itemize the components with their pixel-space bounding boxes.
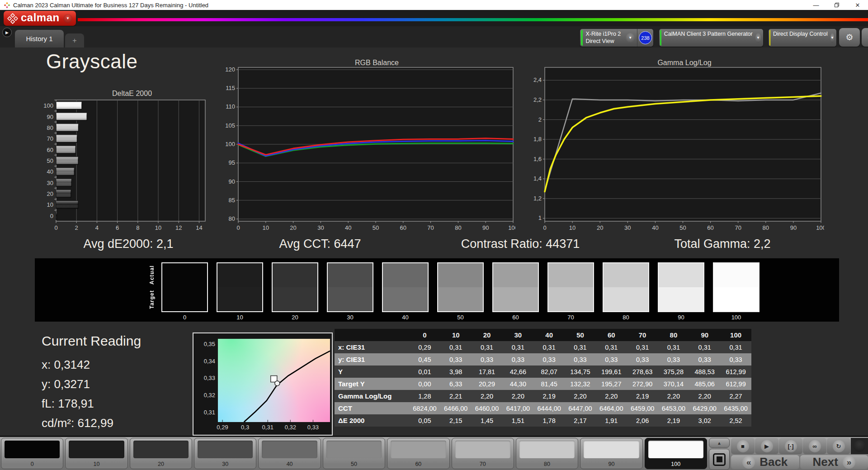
strip-swatch-10: 10 (217, 262, 263, 322)
svg-text:0: 0 (54, 224, 57, 231)
pattern-level-label: 20 (130, 461, 192, 467)
calman-window: Calman 2023 Calman Ultimate for Business… (0, 0, 868, 470)
deltae-chart-title: DeltaE 2000 (56, 90, 208, 100)
svg-text:30: 30 (317, 224, 324, 231)
table-cell: 485,06 (689, 378, 720, 390)
pattern-level-button-80[interactable]: 80 (516, 438, 578, 469)
chevron-down-icon: ▼ (626, 33, 635, 43)
pattern-swatch (69, 441, 124, 458)
restore-button[interactable] (826, 0, 847, 10)
refresh-button[interactable]: ↻ (827, 438, 850, 454)
table-cell: 81,45 (533, 378, 565, 390)
table-cell: 272,90 (627, 378, 658, 390)
reading-cdm2: cd/m²: 612,99 (42, 413, 141, 433)
svg-text:60: 60 (707, 224, 713, 231)
pattern-level-button-90[interactable]: 90 (580, 438, 642, 469)
expand-panel-button[interactable]: ▶ (2, 28, 12, 37)
table-cell: 2,27 (720, 390, 751, 402)
next-button[interactable]: Next » (800, 455, 868, 469)
table-cell: 6824,00 (409, 402, 440, 414)
pattern-level-label: 100 (645, 461, 707, 467)
svg-text:80: 80 (763, 224, 769, 231)
stop-button[interactable]: ■ (731, 438, 755, 454)
pattern-level-button-50[interactable]: 50 (323, 438, 385, 469)
table-cell: 0,45 (409, 353, 440, 366)
minimize-button[interactable]: — (806, 0, 826, 10)
table-col-header: 0 (409, 329, 440, 341)
svg-text:0: 0 (543, 224, 546, 231)
loop-button[interactable]: ∞ (803, 438, 826, 454)
close-button[interactable]: ✕ (847, 0, 868, 10)
pattern-level-button-20[interactable]: 20 (130, 438, 192, 469)
table-cell: 6464,00 (596, 402, 627, 414)
back-chevrons-icon: « (742, 456, 755, 469)
table-cell: 20,29 (472, 378, 503, 390)
pattern-up-button[interactable]: ▲ (709, 438, 730, 448)
strip-swatch-40: 40 (382, 262, 429, 322)
reading-y: y: 0,3271 (42, 375, 141, 394)
pattern-window-button[interactable] (709, 449, 730, 470)
pattern-level-button-0[interactable]: 0 (1, 438, 63, 469)
svg-text:50: 50 (47, 157, 53, 164)
pattern-level-button-60[interactable]: 60 (387, 438, 449, 469)
step-icon: [·] (785, 440, 797, 452)
cie-x-tick: 0,29 (217, 424, 228, 431)
table-col-header: 40 (533, 329, 565, 341)
target-swatch (328, 287, 373, 311)
page-title: Grayscale (46, 50, 138, 73)
play-button[interactable]: ▶ (755, 438, 778, 454)
rgb-balance-chart: RGB Balance 1201151101051009590858001020… (224, 59, 515, 237)
calman-menu-button[interactable]: calman ▼ (4, 11, 76, 26)
svg-text:30: 30 (624, 224, 631, 231)
pattern-level-button-10[interactable]: 10 (65, 438, 127, 469)
svg-text:95: 95 (229, 159, 235, 166)
table-cell: 132,32 (565, 378, 596, 390)
table-cell: 0,33 (440, 353, 472, 366)
actual-swatch (217, 263, 262, 287)
svg-text:80: 80 (455, 224, 461, 231)
cie-x-tick: 0,3 (241, 424, 249, 431)
chevron-down-icon[interactable]: ▼ (63, 14, 72, 23)
back-button[interactable]: « Back (731, 455, 799, 469)
settings-gear-button[interactable]: ⚙ (839, 28, 860, 47)
collapse-panel-button[interactable]: ◀ (862, 28, 868, 47)
strip-swatch-50: 50 (437, 262, 484, 322)
table-cell: 278,63 (627, 366, 658, 378)
table-cell: 44,30 (502, 378, 533, 390)
pattern-generator-dropdown[interactable]: CalMAN Client 3 Pattern Generator ▼ (659, 29, 763, 47)
pattern-level-button-30[interactable]: 30 (194, 438, 256, 469)
table-cell: 1,28 (409, 390, 440, 402)
svg-text:60: 60 (47, 147, 53, 153)
pattern-level-button-100[interactable]: 100 (645, 438, 707, 469)
svg-text:40: 40 (47, 168, 53, 175)
pattern-swatch (198, 441, 253, 458)
table-col-header: 80 (658, 329, 689, 341)
pattern-level-button-40[interactable]: 40 (258, 438, 321, 469)
table-col-header (335, 329, 409, 341)
table-cell: 0,29 (409, 341, 440, 353)
svg-text:90: 90 (229, 178, 235, 185)
display-control-dropdown[interactable]: Direct Display Control ▼ (769, 29, 836, 47)
svg-text:100: 100 (225, 141, 235, 147)
cie-y-tick: 0,35 (194, 341, 215, 347)
table-cell: 3,02 (689, 414, 720, 427)
target-swatch (604, 287, 648, 311)
tab-history-1[interactable]: History 1 (15, 30, 64, 47)
meter-dropdown[interactable]: X-Rite i1Pro 2 Direct View ▼ 238 (580, 29, 653, 47)
svg-text:100: 100 (816, 224, 824, 231)
table-cell: 0,31 (533, 341, 565, 353)
target-swatch (217, 287, 262, 311)
table-cell: 488,53 (689, 366, 720, 378)
deltae-svg: 024681012141009080706050403020100 (41, 100, 208, 235)
actual-row-label: Actual (149, 262, 159, 287)
add-tab-button[interactable]: + (65, 33, 84, 47)
table-row: Y0,013,9817,8142,6682,07134,75199,61278,… (335, 366, 751, 378)
pattern-level-label: 30 (194, 461, 256, 467)
svg-text:12: 12 (175, 224, 182, 231)
table-cell: 1,51 (502, 414, 533, 427)
step-button[interactable]: [·] (779, 438, 802, 454)
svg-text:100: 100 (43, 102, 53, 109)
cie-overlay-svg (218, 339, 330, 422)
reading-x: x: 0,3142 (42, 355, 141, 375)
pattern-level-button-70[interactable]: 70 (452, 438, 514, 469)
